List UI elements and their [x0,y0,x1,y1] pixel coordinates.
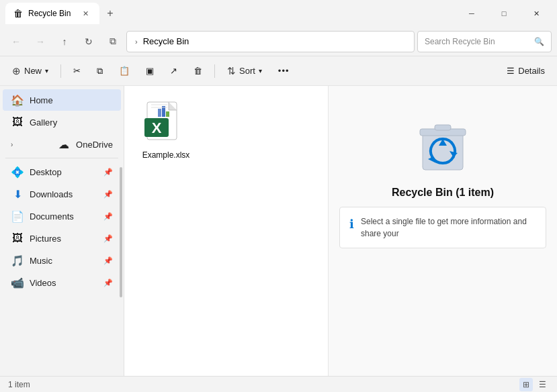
sidebar-item-music[interactable]: 🎵 Music 📌 [3,250,121,271]
svg-rect-12 [435,125,451,130]
more-icon: ••• [278,66,290,76]
rename-icon: ▣ [146,66,154,76]
pin-icon-pictures: 📌 [103,234,113,243]
minimize-button[interactable]: ─ [456,3,487,24]
new-label: New [24,66,42,76]
pictures-icon: 🖼 [11,232,24,244]
home-icon: 🏠 [11,94,24,107]
file-icon-container: X [142,99,190,148]
grid-view-button[interactable]: ⊞ [519,378,533,391]
more-button[interactable]: ••• [271,60,296,82]
nav-bar: ← → ↑ ↻ ⧉ › Recycle Bin Search Recycle B… [0,27,557,56]
active-tab[interactable]: 🗑 Recycle Bin ✕ [5,3,99,24]
forward-button[interactable]: → [30,31,51,52]
documents-icon: 📄 [11,210,24,223]
file-item-example-xlsx[interactable]: X Example.xlsx [132,94,200,165]
delete-button[interactable]: 🗑 [187,60,209,82]
details-label: Details [518,66,545,76]
sort-icon: ⇅ [227,65,236,77]
cut-icon: ✂ [73,66,81,76]
copy-icon: ⧉ [97,66,103,77]
maximize-button[interactable]: □ [488,3,519,24]
sidebar-item-pictures[interactable]: 🖼 Pictures 📌 [3,228,121,249]
sort-button[interactable]: ⇅ Sort ▾ [220,60,269,82]
sidebar-item-gallery[interactable]: 🖼 Gallery [3,111,121,133]
excel-file-icon: X [142,99,190,148]
sidebar-label-videos: Videos [30,278,56,288]
separator-1 [60,64,61,78]
sidebar-item-downloads[interactable]: ⬇ Downloads 📌 [3,183,121,205]
sidebar-label-onedrive: OneDrive [76,140,113,150]
address-path: Recycle Bin [143,36,189,46]
info-icon: ℹ [349,217,354,232]
copy-button[interactable]: ⧉ [90,60,110,82]
search-icon: 🔍 [534,37,544,46]
address-chevron: › [135,38,138,46]
window-controls: ─ □ ✕ [456,3,552,24]
back-button[interactable]: ← [5,31,27,52]
scrollbar[interactable] [120,167,122,297]
pin-icon-downloads: 📌 [103,190,113,199]
up-button[interactable]: ↑ [54,31,75,52]
details-button[interactable]: ☰ Details [500,60,552,82]
address-bar[interactable]: › Recycle Bin [126,31,415,52]
share-button[interactable]: ↗ [163,60,184,82]
sidebar: 🏠 Home 🖼 Gallery › ☁ OneDrive 💠 Desktop … [0,86,124,376]
sidebar-label-desktop: Desktop [30,167,62,177]
item-count: 1 item [8,380,30,389]
expand-icon: › [11,141,13,148]
search-bar[interactable]: Search Recycle Bin 🔍 [417,31,552,52]
rename-button[interactable]: ▣ [139,60,161,82]
sidebar-label-gallery: Gallery [30,117,57,128]
separator-2 [214,64,215,78]
list-view-button[interactable]: ☰ [535,378,549,391]
gallery-icon: 🖼 [11,116,24,128]
desktops-button[interactable]: ⧉ [102,31,124,52]
svg-rect-5 [166,111,169,117]
share-icon: ↗ [170,66,177,76]
pin-icon-videos: 📌 [103,279,113,287]
sidebar-label-downloads: Downloads [30,189,73,199]
close-button[interactable]: ✕ [521,3,552,24]
sidebar-label-home: Home [30,95,53,105]
delete-icon: 🗑 [194,66,202,76]
main-area: 🏠 Home 🖼 Gallery › ☁ OneDrive 💠 Desktop … [0,86,557,376]
info-text: Select a single file to get more informa… [361,215,536,240]
new-tab-button[interactable]: + [99,3,121,24]
content-area: X Example.xlsx [124,86,557,376]
refresh-button[interactable]: ↻ [78,31,99,52]
cut-button[interactable]: ✂ [67,60,87,82]
sidebar-label-music: Music [30,256,52,266]
file-area: X Example.xlsx [124,86,329,376]
tab-favicon: 🗑 [13,8,23,19]
details-panel: Recycle Bin (1 item) ℹ Select a single f… [329,86,557,376]
tab-close-button[interactable]: ✕ [79,7,91,19]
sort-label: Sort [239,66,255,76]
sort-chevron: ▾ [259,67,262,75]
tab-label: Recycle Bin [28,9,71,18]
new-button[interactable]: ⊕ New ▾ [5,60,55,82]
status-bar: 1 item ⊞ ☰ [0,376,557,392]
downloads-icon: ⬇ [11,188,24,201]
videos-icon: 📹 [11,277,24,289]
sidebar-item-desktop[interactable]: 💠 Desktop 📌 [3,161,121,183]
sidebar-item-onedrive[interactable]: › ☁ OneDrive [3,134,121,155]
details-panel-icon: ☰ [507,66,515,76]
new-icon: ⊕ [12,65,21,77]
pin-icon-documents: 📌 [103,212,113,221]
svg-rect-3 [158,109,161,117]
pin-icon-desktop: 📌 [103,168,113,177]
sidebar-divider [5,158,118,158]
paste-button[interactable]: 📋 [112,60,136,82]
sidebar-item-videos[interactable]: 📹 Videos 📌 [3,272,121,293]
desktop-icon: 💠 [11,166,24,179]
sidebar-item-documents[interactable]: 📄 Documents 📌 [3,205,121,227]
sidebar-item-home[interactable]: 🏠 Home [3,89,121,111]
new-chevron: ▾ [45,67,48,75]
tab-area: 🗑 Recycle Bin ✕ + [5,0,121,27]
toolbar: ⊕ New ▾ ✂ ⧉ 📋 ▣ ↗ 🗑 ⇅ Sort ▾ ••• ☰ Detai… [0,56,557,86]
details-info-box: ℹ Select a single file to get more infor… [339,207,546,248]
svg-text:X: X [152,119,162,136]
paste-icon: 📋 [119,66,130,76]
view-controls: ⊞ ☰ [519,378,549,391]
